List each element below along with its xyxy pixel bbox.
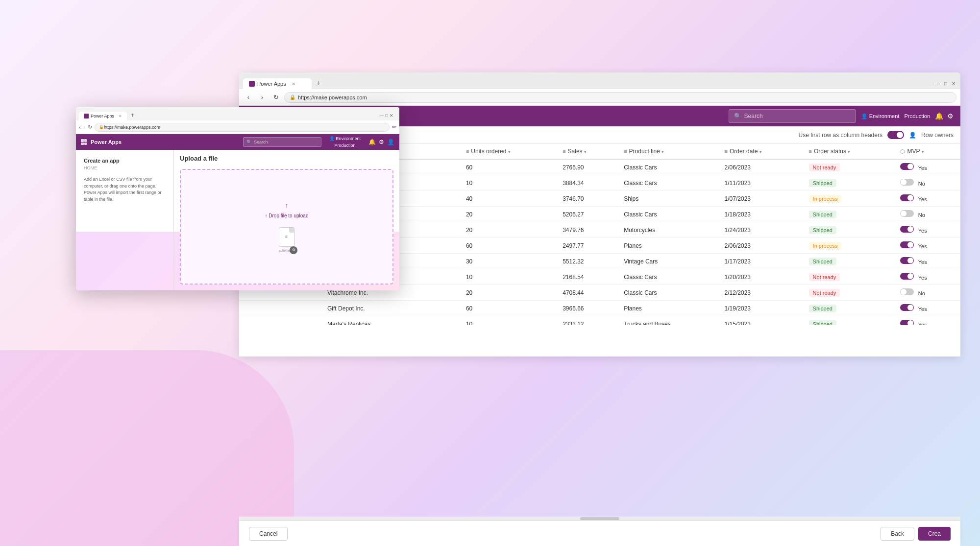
fg-tab-close[interactable]: ✕ (119, 114, 122, 119)
mvp-toggle[interactable] (900, 273, 914, 280)
env-name: Production (904, 113, 930, 119)
upload-arrow-icon: ↑ (285, 202, 289, 209)
cell-units: 10 (460, 175, 557, 191)
fg-tab-favicon (84, 114, 89, 119)
cell-sales: 2168.54 (557, 269, 618, 285)
cell-product: Classic Cars (618, 175, 718, 191)
cell-sales: 2497.77 (557, 238, 618, 254)
fg-minimize[interactable]: — (380, 113, 384, 118)
cell-sales: 5512.32 (557, 254, 618, 269)
cell-orderdate: 1/20/2023 (719, 269, 803, 285)
cell-product: Planes (618, 301, 718, 316)
url-bar[interactable]: 🔒 https://make.powerapps.com (284, 92, 956, 103)
cell-sales: 5205.27 (557, 207, 618, 222)
refresh-button[interactable]: ↻ (270, 92, 281, 103)
fg-new-tab-button[interactable]: + (127, 110, 138, 120)
file-preview-area: E ⚙ activities... (279, 227, 295, 252)
cell-status: Not ready (803, 159, 895, 175)
fg-tab-label: Power Apps (91, 114, 114, 119)
cell-mvp: Yes (894, 238, 960, 254)
cell-units: 60 (460, 159, 557, 175)
fg-pencil-icon[interactable]: ✏ (392, 124, 396, 130)
cell-status: In process (803, 191, 895, 207)
fg-user-avatar[interactable]: 👤 (387, 139, 394, 145)
maximize-button[interactable]: □ (943, 80, 949, 86)
fg-search-bar[interactable]: 🔍 Search (243, 137, 321, 147)
fg-active-tab[interactable]: Power Apps ✕ (79, 112, 127, 120)
back-nav-button[interactable]: ‹ (243, 92, 254, 103)
fg-close[interactable]: ✕ (390, 113, 393, 118)
mvp-toggle[interactable] (900, 288, 914, 295)
cell-status: Shipped (803, 254, 895, 269)
back-button[interactable]: Back (881, 527, 914, 541)
cell-mvp: Yes (894, 316, 960, 326)
tab-label: Power Apps (257, 81, 286, 87)
fg-header-icons: 🔔 ⚙ 👤 (368, 139, 394, 145)
cell-sales: 3746.70 (557, 191, 618, 207)
tab-close-icon[interactable]: ✕ (292, 81, 295, 87)
mvp-toggle[interactable] (900, 304, 914, 311)
row-owners-label: Row owners (921, 132, 954, 139)
close-button[interactable]: ✕ (951, 80, 956, 86)
mvp-toggle[interactable] (900, 226, 914, 233)
first-row-toggle[interactable] (887, 131, 904, 139)
cell-customer: Gift Depot Inc. (321, 301, 460, 316)
gear-icon[interactable]: ⚙ (947, 112, 954, 120)
horizontal-scrollbar[interactable] (239, 517, 960, 521)
cell-product: Motorcycles (618, 222, 718, 238)
cell-status: Shipped (803, 316, 895, 326)
fg-main-content: Upload a file ↑ ↑ Drop file to upload E … (174, 150, 399, 290)
col-units: ≡Units ordered ▾ (460, 144, 557, 159)
cell-units: 20 (460, 207, 557, 222)
forward-nav-button[interactable]: › (257, 92, 268, 103)
cell-orderdate: 1/11/2023 (719, 175, 803, 191)
col-status: ≡Order status ▾ (803, 144, 895, 159)
mvp-toggle[interactable] (900, 241, 914, 248)
new-tab-button[interactable]: + (312, 76, 325, 89)
person-icon: 👤 (861, 113, 868, 119)
cell-status: Not ready (803, 269, 895, 285)
row-owners-icon: 👤 (909, 132, 916, 139)
mvp-toggle[interactable] (900, 257, 914, 264)
scrollbar-thumb[interactable] (580, 517, 619, 520)
fg-url-text: https://make.powerapps.com (104, 125, 160, 130)
minimize-button[interactable]: — (935, 80, 941, 86)
mvp-toggle[interactable] (900, 179, 914, 186)
header-search[interactable]: 🔍 Search (729, 109, 856, 123)
mvp-toggle[interactable] (900, 210, 914, 217)
cell-product: Classic Cars (618, 207, 718, 222)
cell-number (239, 316, 321, 326)
sidebar-description: Add an Excel or CSV file from your compu… (84, 176, 166, 203)
table-row: Gift Depot Inc. 60 3965.66 Planes 1/19/2… (239, 301, 960, 316)
fg-forward-nav[interactable]: › (83, 124, 85, 131)
fg-search-icon: 🔍 (246, 140, 252, 144)
mvp-toggle[interactable] (900, 194, 914, 201)
url-text: https://make.powerapps.com (298, 95, 367, 100)
fg-bell-icon[interactable]: 🔔 (368, 139, 376, 145)
cell-mvp: Yes (894, 191, 960, 207)
cell-orderdate: 1/17/2023 (719, 254, 803, 269)
cell-sales: 2333.12 (557, 316, 618, 326)
fg-gear-icon[interactable]: ⚙ (379, 139, 384, 145)
fg-apps-icon (81, 139, 87, 145)
cell-product: Vintage Cars (618, 254, 718, 269)
fg-refresh[interactable]: ↻ (88, 124, 92, 130)
browser-tab-bar: Power Apps ✕ + — □ ✕ (239, 72, 960, 89)
bell-icon[interactable]: 🔔 (935, 112, 943, 120)
fg-back-nav[interactable]: ‹ (79, 124, 81, 131)
cell-status: Shipped (803, 207, 895, 222)
create-button[interactable]: Crea (918, 527, 951, 541)
search-icon: 🔍 (734, 113, 741, 119)
fg-lock-icon: 🔒 (99, 125, 104, 129)
upload-drop-zone[interactable]: ↑ ↑ Drop file to upload E ⚙ activities..… (180, 169, 393, 285)
footer-right-buttons: Back Crea (881, 527, 951, 541)
mvp-toggle[interactable] (900, 163, 914, 170)
fg-maximize[interactable]: □ (386, 113, 388, 118)
mvp-toggle[interactable] (900, 320, 914, 325)
excel-icon: E (285, 235, 288, 238)
cancel-button[interactable]: Cancel (249, 527, 288, 541)
cell-orderdate: 2/06/2023 (719, 159, 803, 175)
active-tab[interactable]: Power Apps ✕ (243, 78, 312, 89)
cell-sales: 3884.34 (557, 175, 618, 191)
fg-url-bar[interactable]: 🔒 https://make.powerapps.com (95, 123, 390, 132)
